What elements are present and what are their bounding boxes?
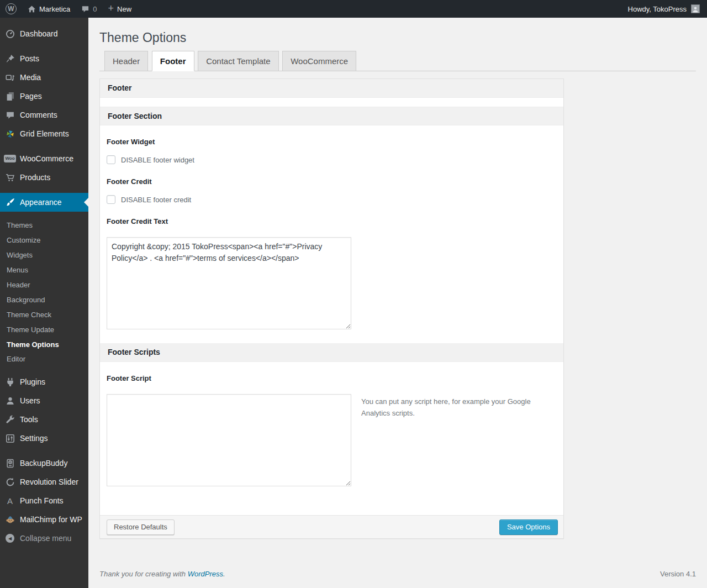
footer-credit-text-label: Footer Credit Text	[107, 217, 557, 225]
sidebar-item-users[interactable]: Users	[0, 391, 88, 410]
page-title: Theme Options	[99, 18, 696, 51]
admin-sidebar: Dashboard Posts Media Pages Comments Gri…	[0, 18, 88, 588]
section-header-footer-section: Footer Section	[100, 107, 563, 125]
pages-icon	[4, 92, 15, 101]
sidebar-item-pages[interactable]: Pages	[0, 87, 88, 106]
grid-elements-icon	[4, 129, 15, 139]
footer-widget-label: Footer Widget	[107, 138, 557, 146]
sidebar-item-plugins[interactable]: Plugins	[0, 372, 88, 391]
footer-section-content: Footer Widget DISABLE footer widget Foot…	[100, 125, 563, 343]
letter-a-icon	[4, 497, 15, 505]
footer-script-label: Footer Script	[107, 374, 557, 382]
cart-icon	[4, 173, 15, 182]
woocommerce-badge-icon	[4, 155, 15, 162]
submenu-item-menus[interactable]: Menus	[0, 263, 88, 278]
comments-count: 0	[93, 5, 97, 13]
main-content: Theme Options Header Footer Contact Temp…	[88, 18, 707, 588]
footer-script-row: You can put any script here, for example…	[107, 382, 557, 486]
disable-footer-widget-label: DISABLE footer widget	[121, 156, 194, 164]
submenu-item-editor[interactable]: Editor	[0, 352, 88, 367]
sidebar-item-tools[interactable]: Tools	[0, 410, 88, 429]
tab-contact-template[interactable]: Contact Template	[198, 51, 278, 72]
dashboard-icon	[4, 29, 15, 39]
collapse-menu-button[interactable]: Collapse menu	[0, 529, 88, 548]
new-label: New	[117, 5, 131, 13]
menu-separator	[0, 187, 88, 193]
appearance-submenu: Themes Customize Widgets Menus Header Ba…	[0, 212, 88, 372]
media-icon	[4, 73, 15, 82]
disable-footer-widget-row: DISABLE footer widget	[107, 155, 557, 164]
sidebar-item-backupbuddy[interactable]: BackupBuddy	[0, 454, 88, 473]
submenu-item-theme-update[interactable]: Theme Update	[0, 323, 88, 338]
submenu-item-themes[interactable]: Themes	[0, 218, 88, 233]
plugin-icon	[4, 377, 15, 387]
footer-script-textarea[interactable]	[107, 394, 351, 486]
sidebar-item-dashboard[interactable]: Dashboard	[0, 24, 88, 43]
sidebar-item-products[interactable]: Products	[0, 168, 88, 187]
disable-footer-credit-checkbox[interactable]	[107, 195, 115, 204]
sliders-icon	[4, 434, 15, 443]
version-text: Version 4.1	[660, 570, 696, 578]
disable-footer-widget-checkbox[interactable]	[107, 155, 115, 164]
site-name-label: Marketica	[39, 5, 70, 13]
wordpress-logo-icon	[6, 3, 17, 14]
wrench-icon	[4, 415, 15, 424]
footer-scripts-content: Footer Script You can put any script her…	[100, 362, 563, 515]
submenu-item-theme-options[interactable]: Theme Options	[0, 338, 88, 353]
pin-icon	[4, 54, 15, 64]
comments-menu[interactable]: 0	[76, 0, 102, 18]
menu-separator	[0, 43, 88, 49]
monkey-icon	[4, 515, 15, 524]
sidebar-item-grid-elements[interactable]: Grid Elements	[0, 124, 88, 143]
brush-icon	[4, 198, 15, 207]
wordpress-logo-menu[interactable]	[0, 0, 22, 18]
tab-header[interactable]: Header	[104, 51, 148, 72]
disable-footer-credit-label: DISABLE footer credit	[121, 196, 191, 204]
submenu-item-theme-check[interactable]: Theme Check	[0, 308, 88, 323]
footer-thanks-text: Thank you for creating with WordPress.	[99, 570, 225, 578]
site-name-link[interactable]: Marketica	[22, 0, 76, 18]
menu-separator	[0, 143, 88, 149]
home-icon	[28, 5, 36, 13]
footer-credit-text-textarea[interactable]: Copyright &copy; 2015 TokoPress<span><a …	[107, 237, 351, 329]
submenu-item-background[interactable]: Background	[0, 293, 88, 308]
sidebar-item-settings[interactable]: Settings	[0, 429, 88, 448]
tab-footer[interactable]: Footer	[152, 51, 194, 72]
my-account-menu[interactable]: Howdy, TokoPress	[628, 4, 707, 13]
sidebar-item-comments[interactable]: Comments	[0, 106, 88, 124]
theme-options-panel: Footer Footer Section Footer Widget DISA…	[99, 78, 564, 539]
howdy-text: Howdy, TokoPress	[628, 5, 687, 13]
sidebar-item-punch-fonts[interactable]: Punch Fonts	[0, 491, 88, 510]
comment-bubble-icon	[81, 5, 89, 13]
collapse-arrow-icon	[4, 534, 15, 543]
admin-menu-list: Dashboard Posts Media Pages Comments Gri…	[0, 18, 88, 548]
sidebar-item-posts[interactable]: Posts	[0, 49, 88, 68]
wordpress-link[interactable]: WordPress	[188, 570, 223, 578]
panel-actions: Restore Defaults Save Options	[100, 515, 563, 538]
menu-separator	[0, 448, 88, 454]
tab-woocommerce[interactable]: WooCommerce	[282, 51, 356, 72]
panel-gap	[100, 98, 563, 107]
submenu-item-widgets[interactable]: Widgets	[0, 248, 88, 263]
save-options-button[interactable]: Save Options	[499, 519, 558, 535]
sidebar-item-revolution-slider[interactable]: Revolution Slider	[0, 473, 88, 491]
section-header-footer-scripts: Footer Scripts	[100, 343, 563, 362]
plus-icon	[108, 3, 114, 13]
restore-defaults-button[interactable]: Restore Defaults	[107, 519, 175, 535]
disable-footer-credit-row: DISABLE footer credit	[107, 195, 557, 204]
submenu-item-customize[interactable]: Customize	[0, 233, 88, 248]
footer-script-description: You can put any script here, for example…	[351, 382, 534, 419]
admin-bar: Marketica 0 New Howdy, TokoPress	[0, 0, 707, 18]
sidebar-item-appearance[interactable]: Appearance	[0, 193, 88, 212]
sidebar-item-media[interactable]: Media	[0, 68, 88, 87]
user-avatar	[691, 4, 700, 13]
current-menu-arrow-icon	[80, 198, 88, 207]
new-content-menu[interactable]: New	[103, 0, 138, 18]
tab-bar: Header Footer Contact Template WooCommer…	[99, 51, 696, 72]
footer-credit-label: Footer Credit	[107, 177, 557, 186]
user-icon	[4, 396, 15, 406]
admin-footer: Thank you for creating with WordPress. V…	[99, 570, 696, 578]
submenu-item-header[interactable]: Header	[0, 278, 88, 293]
sidebar-item-woocommerce[interactable]: WooCommerce	[0, 149, 88, 168]
sidebar-item-mailchimp[interactable]: MailChimp for WP	[0, 510, 88, 529]
